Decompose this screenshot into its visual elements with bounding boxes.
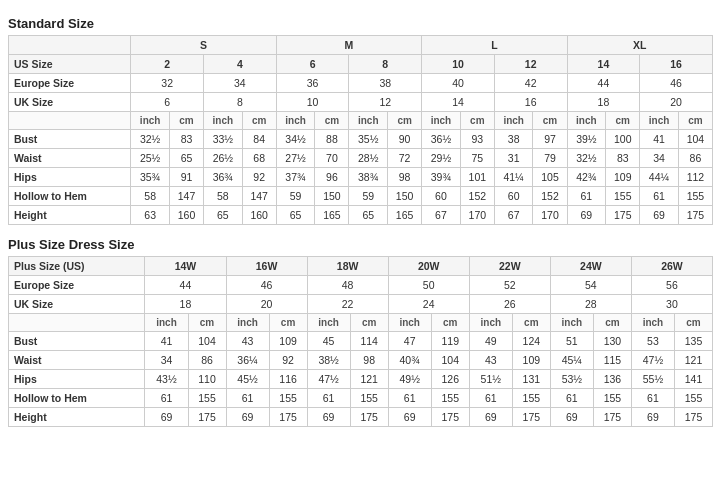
std-hips-5-cm: 105 xyxy=(533,168,567,187)
std-bust-0-cm: 83 xyxy=(169,130,203,149)
plus-hips-2-inch: 47½ xyxy=(307,370,350,389)
std-height-label: Height xyxy=(9,206,131,225)
plus-waist-0-inch: 34 xyxy=(145,351,188,370)
eu-36: 36 xyxy=(276,74,349,93)
plus-waist-6-cm: 121 xyxy=(674,351,712,370)
plus-hips-0-cm: 110 xyxy=(188,370,226,389)
plus-bust-0-inch: 41 xyxy=(145,332,188,351)
eu-34: 34 xyxy=(204,74,277,93)
plus-height-4-cm: 175 xyxy=(512,408,550,427)
plus-waist-3-inch: 40¾ xyxy=(388,351,431,370)
uk-6: 6 xyxy=(131,93,204,112)
std-hips-3-inch: 38¾ xyxy=(349,168,388,187)
std-waist-4-cm: 75 xyxy=(460,149,494,168)
europe-size-label: Europe Size xyxy=(9,74,131,93)
plus-20w: 20W xyxy=(388,257,469,276)
std-height-0-inch: 63 xyxy=(131,206,170,225)
std-bust-7-inch: 41 xyxy=(640,130,679,149)
std-height-3-cm: 165 xyxy=(388,206,422,225)
plus-bust-2-cm: 114 xyxy=(350,332,388,351)
std-hips-7-inch: 44¼ xyxy=(640,168,679,187)
plus-hollowToHem-label: Hollow to Hem xyxy=(9,389,145,408)
std-waist-1-cm: 68 xyxy=(242,149,276,168)
plus-hips-1-cm: 116 xyxy=(269,370,307,389)
plus-hollowToHem-5-inch: 61 xyxy=(550,389,593,408)
plus-bust-5-cm: 130 xyxy=(593,332,631,351)
plus-hips-3-inch: 49½ xyxy=(388,370,431,389)
inch-s4: inch xyxy=(204,112,243,130)
plus-bust-6-inch: 53 xyxy=(631,332,674,351)
plus-hollowToHem-6-cm: 155 xyxy=(674,389,712,408)
std-height-5-cm: 170 xyxy=(533,206,567,225)
uk-14: 14 xyxy=(422,93,495,112)
std-bust-2-inch: 34½ xyxy=(276,130,315,149)
std-waist-4-inch: 29½ xyxy=(422,149,461,168)
std-waist-7-inch: 34 xyxy=(640,149,679,168)
plus-hips-1-inch: 45½ xyxy=(226,370,269,389)
plus-14w: 14W xyxy=(145,257,226,276)
std-bust-7-cm: 104 xyxy=(678,130,712,149)
plus-hollowToHem-0-inch: 61 xyxy=(145,389,188,408)
std-bust-0-inch: 32½ xyxy=(131,130,170,149)
std-waist-6-inch: 32½ xyxy=(567,149,606,168)
std-hollowToHem-0-cm: 147 xyxy=(169,187,203,206)
eu-44: 44 xyxy=(567,74,640,93)
std-hips-0-inch: 35¾ xyxy=(131,168,170,187)
plus-hips-4-cm: 131 xyxy=(512,370,550,389)
plus-height-3-cm: 175 xyxy=(431,408,469,427)
std-height-2-inch: 65 xyxy=(276,206,315,225)
std-hips-1-cm: 92 xyxy=(242,168,276,187)
std-bust-3-inch: 35½ xyxy=(349,130,388,149)
std-bust-3-cm: 90 xyxy=(388,130,422,149)
plus-height-5-inch: 69 xyxy=(550,408,593,427)
inch-l12: inch xyxy=(494,112,533,130)
std-bust-1-cm: 84 xyxy=(242,130,276,149)
plus-height-1-cm: 175 xyxy=(269,408,307,427)
inch-m8: inch xyxy=(349,112,388,130)
plus-hips-0-inch: 43½ xyxy=(145,370,188,389)
plus-uk-label: UK Size xyxy=(9,295,145,314)
plus-size-table: Plus Size (US) 14W 16W 18W 20W 22W 24W 2… xyxy=(8,256,713,427)
us-4: 4 xyxy=(204,55,277,74)
cm-xl14: cm xyxy=(606,112,640,130)
uk-12: 12 xyxy=(349,93,422,112)
us-16: 16 xyxy=(640,55,713,74)
plus-24w: 24W xyxy=(550,257,631,276)
plus-height-3-inch: 69 xyxy=(388,408,431,427)
size-group-xl: XL xyxy=(567,36,712,55)
plus-bust-1-inch: 43 xyxy=(226,332,269,351)
standard-size-title: Standard Size xyxy=(8,16,713,31)
plus-waist-5-inch: 45¼ xyxy=(550,351,593,370)
std-waist-5-cm: 79 xyxy=(533,149,567,168)
uk-size-label: UK Size xyxy=(9,93,131,112)
std-waist-3-cm: 72 xyxy=(388,149,422,168)
std-height-7-cm: 175 xyxy=(678,206,712,225)
eu-42: 42 xyxy=(494,74,567,93)
std-height-4-cm: 170 xyxy=(460,206,494,225)
std-waist-label: Waist xyxy=(9,149,131,168)
std-height-1-cm: 160 xyxy=(242,206,276,225)
plus-bust-label: Bust xyxy=(9,332,145,351)
std-waist-2-cm: 70 xyxy=(315,149,349,168)
plus-bust-5-inch: 51 xyxy=(550,332,593,351)
inch-xl14: inch xyxy=(567,112,606,130)
std-height-1-inch: 65 xyxy=(204,206,243,225)
plus-height-6-inch: 69 xyxy=(631,408,674,427)
plus-hips-5-cm: 136 xyxy=(593,370,631,389)
plus-waist-0-cm: 86 xyxy=(188,351,226,370)
size-group-m: M xyxy=(276,36,421,55)
std-hips-5-inch: 41¼ xyxy=(494,168,533,187)
plus-bust-0-cm: 104 xyxy=(188,332,226,351)
std-waist-0-cm: 65 xyxy=(169,149,203,168)
std-waist-0-inch: 25½ xyxy=(131,149,170,168)
plus-height-4-inch: 69 xyxy=(469,408,512,427)
plus-height-0-cm: 175 xyxy=(188,408,226,427)
plus-waist-3-cm: 104 xyxy=(431,351,469,370)
inch-m6: inch xyxy=(276,112,315,130)
eu-46: 46 xyxy=(640,74,713,93)
size-group-s: S xyxy=(131,36,276,55)
std-hollowToHem-4-cm: 152 xyxy=(460,187,494,206)
std-bust-4-cm: 93 xyxy=(460,130,494,149)
plus-bust-2-inch: 45 xyxy=(307,332,350,351)
cm-l12: cm xyxy=(533,112,567,130)
